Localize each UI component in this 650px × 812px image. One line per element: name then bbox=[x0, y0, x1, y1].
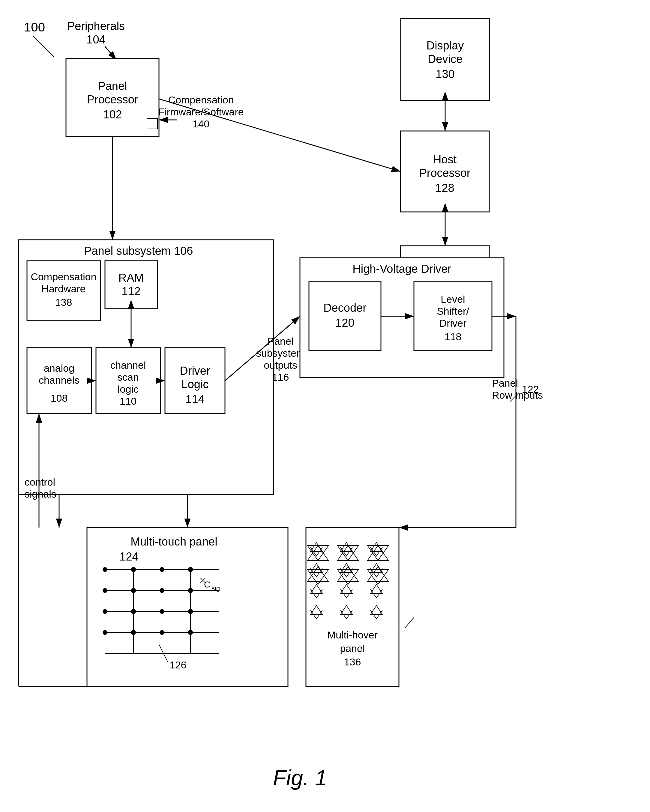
svg-text:120: 120 bbox=[335, 316, 354, 329]
svg-marker-149 bbox=[340, 606, 352, 615]
svg-text:Level: Level bbox=[440, 293, 465, 305]
svg-text:Peripherals: Peripherals bbox=[67, 20, 125, 32]
svg-text:Panel: Panel bbox=[98, 80, 127, 92]
svg-point-103 bbox=[131, 609, 136, 614]
svg-rect-63 bbox=[300, 258, 504, 378]
svg-text:116: 116 bbox=[272, 371, 289, 383]
svg-text:122: 122 bbox=[522, 383, 539, 395]
svg-rect-33 bbox=[18, 240, 274, 495]
svg-text:panel: panel bbox=[340, 643, 365, 654]
svg-text:100: 100 bbox=[24, 20, 45, 34]
svg-marker-139 bbox=[370, 563, 382, 572]
svg-marker-143 bbox=[340, 585, 352, 594]
svg-line-114 bbox=[159, 644, 168, 662]
svg-marker-148 bbox=[310, 610, 323, 619]
svg-text:subsystem: subsystem bbox=[256, 347, 305, 359]
svg-marker-118 bbox=[338, 545, 358, 560]
svg-text:Compensation: Compensation bbox=[31, 271, 96, 282]
svg-text:132: 132 bbox=[435, 291, 454, 304]
svg-text:Processor: Processor bbox=[87, 93, 138, 106]
svg-text:Processor: Processor bbox=[419, 167, 470, 179]
svg-text:Multi-hover: Multi-hover bbox=[327, 629, 378, 641]
svg-line-62 bbox=[225, 316, 300, 381]
svg-point-104 bbox=[159, 609, 164, 614]
svg-rect-43 bbox=[27, 348, 92, 414]
svg-line-30 bbox=[159, 99, 401, 171]
svg-text:Compensation: Compensation bbox=[168, 94, 234, 105]
svg-marker-138 bbox=[340, 568, 352, 577]
svg-text:sig: sig bbox=[211, 585, 220, 592]
svg-point-94 bbox=[102, 567, 107, 572]
svg-line-4 bbox=[33, 36, 54, 57]
svg-rect-12 bbox=[401, 131, 489, 212]
svg-text:RAM: RAM bbox=[118, 272, 144, 284]
svg-marker-123 bbox=[307, 566, 329, 582]
svg-marker-127 bbox=[367, 566, 388, 582]
svg-point-109 bbox=[188, 630, 193, 635]
svg-text:Device: Device bbox=[428, 53, 462, 65]
svg-text:126: 126 bbox=[170, 659, 187, 670]
svg-text:104: 104 bbox=[86, 33, 105, 46]
svg-text:108: 108 bbox=[51, 392, 68, 404]
svg-marker-146 bbox=[370, 589, 382, 598]
svg-text:outputs: outputs bbox=[264, 359, 297, 371]
svg-text:channel: channel bbox=[110, 359, 146, 371]
svg-text:Panel subsystem 106: Panel subsystem 106 bbox=[84, 244, 193, 257]
svg-marker-129 bbox=[310, 543, 323, 551]
svg-marker-133 bbox=[370, 543, 382, 551]
svg-rect-39 bbox=[105, 261, 158, 309]
svg-text:Display: Display bbox=[427, 39, 464, 52]
svg-text:118: 118 bbox=[445, 331, 462, 342]
svg-text:130: 130 bbox=[436, 68, 454, 80]
svg-marker-121 bbox=[338, 545, 358, 560]
svg-marker-140 bbox=[370, 568, 382, 577]
svg-text:Fig. 1: Fig. 1 bbox=[273, 766, 327, 790]
svg-text:control: control bbox=[24, 476, 55, 488]
svg-text:102: 102 bbox=[103, 108, 122, 121]
svg-marker-120 bbox=[307, 545, 329, 560]
svg-rect-8 bbox=[401, 18, 489, 101]
svg-rect-52 bbox=[165, 348, 225, 414]
svg-point-105 bbox=[188, 609, 193, 614]
svg-marker-152 bbox=[370, 610, 382, 619]
svg-point-98 bbox=[102, 588, 107, 593]
svg-point-97 bbox=[188, 567, 193, 572]
svg-marker-145 bbox=[370, 585, 382, 594]
svg-text:High-Voltage Driver: High-Voltage Driver bbox=[352, 263, 451, 275]
svg-marker-122 bbox=[367, 545, 388, 560]
svg-marker-134 bbox=[370, 547, 382, 556]
svg-rect-47 bbox=[96, 348, 161, 414]
diagram-container: 100 Peripherals 104 Display Device 130 H… bbox=[0, 0, 650, 812]
svg-marker-132 bbox=[340, 547, 352, 556]
svg-line-112 bbox=[200, 578, 205, 583]
svg-text:signals: signals bbox=[24, 488, 57, 500]
svg-marker-151 bbox=[370, 606, 382, 615]
svg-point-95 bbox=[131, 567, 136, 572]
svg-rect-26 bbox=[147, 118, 158, 129]
svg-marker-141 bbox=[310, 585, 323, 594]
svg-marker-130 bbox=[310, 547, 323, 556]
svg-rect-35 bbox=[27, 261, 101, 321]
svg-rect-116 bbox=[306, 528, 399, 687]
svg-text:Multi-touch panel: Multi-touch panel bbox=[130, 535, 217, 548]
svg-marker-150 bbox=[340, 610, 352, 619]
svg-text:128: 128 bbox=[435, 182, 454, 194]
svg-text:138: 138 bbox=[55, 296, 72, 308]
svg-marker-128 bbox=[367, 569, 388, 585]
svg-point-101 bbox=[188, 588, 193, 593]
svg-rect-81 bbox=[87, 528, 288, 687]
svg-text:Decoder: Decoder bbox=[323, 302, 367, 314]
svg-text:analog: analog bbox=[44, 362, 74, 374]
svg-text:Program: Program bbox=[423, 263, 467, 275]
svg-marker-137 bbox=[340, 563, 352, 572]
svg-text:124: 124 bbox=[119, 550, 138, 563]
svg-text:136: 136 bbox=[344, 656, 361, 667]
svg-text:C: C bbox=[204, 579, 211, 589]
svg-text:Host: Host bbox=[433, 153, 457, 166]
svg-line-157 bbox=[405, 617, 414, 628]
svg-point-96 bbox=[159, 567, 164, 572]
svg-text:Firmware/Software: Firmware/Software bbox=[158, 106, 243, 118]
svg-rect-65 bbox=[309, 282, 381, 351]
svg-marker-117 bbox=[307, 545, 329, 560]
svg-line-113 bbox=[200, 578, 205, 583]
